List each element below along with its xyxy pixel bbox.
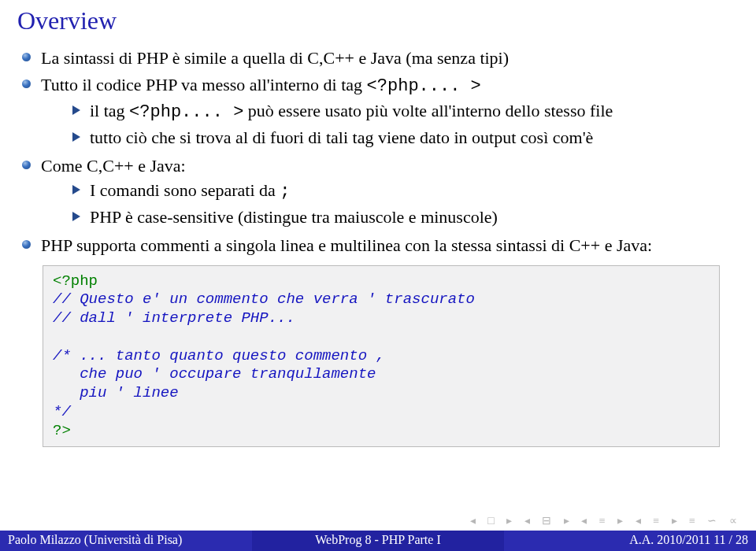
text: il tag bbox=[90, 101, 129, 120]
text: tutto ciò che si trova al di fuori di ta… bbox=[90, 128, 593, 147]
bullet-item: Tutto il codice PHP va messo all'interno… bbox=[20, 73, 739, 150]
sub-item: I comandi sono separati da ; bbox=[72, 179, 739, 204]
code-line: che puo ' occupare tranqullamente bbox=[53, 365, 376, 383]
bullet-list: La sintassi di PHP è simile a quella di … bbox=[17, 46, 739, 257]
footer-right: A.A. 2010/2011 11 / 28 bbox=[504, 531, 756, 551]
code-line: /* ... tanto quanto questo commento , bbox=[53, 347, 385, 364]
code-line: piu ' linee bbox=[53, 384, 179, 401]
inline-code: ; bbox=[280, 182, 290, 202]
sub-list: il tag <?php.... > può essere usato più … bbox=[41, 99, 739, 149]
slide-content: La sintassi di PHP è simile a quella di … bbox=[17, 46, 739, 447]
bullet-item: Come C,C++ e Java: I comandi sono separa… bbox=[20, 154, 739, 229]
sub-list: I comandi sono separati da ; PHP è case-… bbox=[41, 179, 739, 228]
sub-item: tutto ciò che si trova al di fuori di ta… bbox=[72, 126, 739, 150]
sub-item: il tag <?php.... > può essere usato più … bbox=[72, 99, 739, 124]
text: I comandi sono separati da bbox=[90, 180, 280, 200]
code-line: ?> bbox=[53, 422, 71, 439]
code-block: <?php // Questo e' un commento che verra… bbox=[43, 265, 720, 448]
inline-code: <?php.... > bbox=[129, 102, 243, 122]
code-line: // Questo e' un commento che verra ' tra… bbox=[53, 290, 475, 308]
sub-item: PHP è case-sensitive (distingue tra maiu… bbox=[72, 205, 739, 229]
slide-title: Overview bbox=[17, 6, 739, 35]
text: Tutto il codice PHP va messo all'interno… bbox=[41, 75, 367, 94]
inline-code: <?php.... > bbox=[367, 76, 481, 96]
slide: Overview La sintassi di PHP è simile a q… bbox=[0, 6, 756, 447]
code-line: <?php bbox=[53, 272, 98, 290]
text: Come C,C++ e Java: bbox=[41, 156, 186, 176]
bullet-item: La sintassi di PHP è simile a quella di … bbox=[20, 46, 739, 70]
text: può essere usato più volte all'interno d… bbox=[243, 101, 613, 120]
footer-left: Paolo Milazzo (Università di Pisa) bbox=[0, 531, 252, 551]
text: PHP supporta commenti a singola linea e … bbox=[41, 235, 652, 255]
nav-icons: ◂ □ ▸ ◂ ⊟ ▸ ◂ ≡ ▸ ◂ ≡ ▸ ≡ ∽ ∝ bbox=[470, 514, 742, 527]
code-line: // dall ' interprete PHP... bbox=[53, 309, 295, 327]
footer-center: WebProg 8 - PHP Parte I bbox=[252, 531, 504, 551]
code-line: */ bbox=[53, 403, 71, 420]
bullet-item: PHP supporta commenti a singola linea e … bbox=[20, 234, 739, 257]
footer: Paolo Milazzo (Università di Pisa) WebPr… bbox=[0, 531, 756, 551]
text: La sintassi di PHP è simile a quella di … bbox=[41, 48, 509, 68]
text: PHP è case-sensitive (distingue tra maiu… bbox=[90, 207, 498, 227]
